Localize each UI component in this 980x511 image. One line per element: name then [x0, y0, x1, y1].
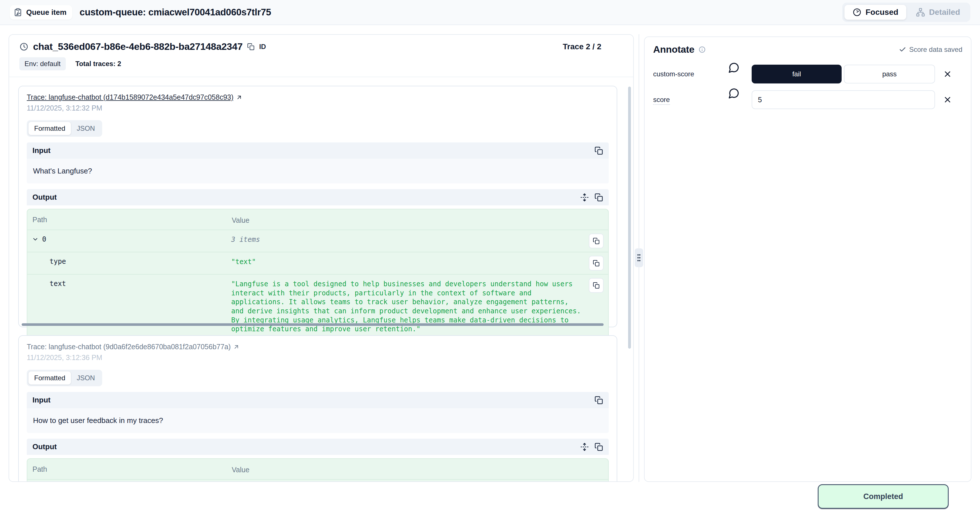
copy-input-icon-2[interactable] [595, 396, 603, 404]
copy-output-icon-2[interactable] [595, 443, 603, 451]
output-label-1: Output [32, 193, 57, 202]
input-content-2: How to get user feedback in my traces? [27, 408, 609, 433]
view-toggle-detailed-label: Detailed [929, 8, 960, 17]
view-mode-toggle: Focused Detailed [842, 3, 970, 22]
copy-output-icon-1[interactable] [595, 193, 603, 202]
clipboard-pen-icon [14, 8, 22, 16]
panel-resize-handle[interactable] [635, 248, 643, 267]
trace-link-1-label: Trace: langfuse-chatbot (d174b1589072e43… [27, 93, 234, 102]
item-title: chat_536ed067-b86e-4eb6-882b-ba27148a234… [33, 41, 243, 52]
score-label-custom-score: custom-score [653, 70, 728, 78]
total-traces-label: Total traces: 2 [75, 60, 121, 68]
trace-link-2-label: Trace: langfuse-chatbot (9d0a6f2e6de8670… [27, 343, 231, 351]
copy-row-icon[interactable] [589, 256, 604, 271]
id-label: ID [259, 43, 266, 51]
env-badge: Env: default [19, 57, 66, 70]
vertical-scrollbar-thumb[interactable] [628, 87, 631, 349]
json-row-0: 0 3 items [27, 229, 608, 252]
top-bar: Queue item custom-queue: cmiacwel70041ad… [0, 0, 980, 25]
trace-card-list: Trace: langfuse-chatbot (d174b1589072e43… [9, 77, 633, 482]
score-option-pass[interactable]: pass [844, 65, 935, 83]
unfold-vertical-icon-1[interactable] [580, 193, 589, 202]
json-row-type: type "text" [27, 252, 608, 274]
queue-item-screen: Queue item custom-queue: cmiacwel70041ad… [0, 0, 980, 511]
remove-score-icon[interactable] [943, 70, 952, 79]
unfold-vertical-icon-2[interactable] [580, 443, 589, 451]
tab-formatted-1[interactable]: Formatted [29, 122, 71, 135]
queue-item-badge: Queue item [10, 5, 72, 20]
save-status-label: Score data saved [909, 46, 963, 54]
json-row-type-value: "text" [231, 256, 584, 267]
workflow-icon [916, 8, 925, 17]
chevron-down-icon[interactable] [32, 236, 39, 243]
score-value-input[interactable] [752, 90, 935, 109]
col-path-1: Path [32, 214, 232, 224]
trace-counter: Trace 2 / 2 [563, 42, 601, 51]
json-row-text: text "Langfuse is a tool designed to hel… [27, 274, 608, 337]
comment-bubble-icon[interactable] [728, 88, 740, 99]
output-section-header-2: Output [27, 439, 609, 455]
completed-button[interactable]: Completed [818, 484, 949, 509]
json-row-0-value: 3 items [231, 234, 584, 244]
trace-card-2: Trace: langfuse-chatbot (9d0a6f2e6de8670… [18, 335, 617, 482]
json-table-header-1: Path Value [27, 209, 608, 229]
drag-dots-icon [636, 252, 641, 263]
json-row-type-path: type [49, 258, 66, 266]
output-section-header-1: Output [27, 189, 609, 205]
annotate-title: Annotate [653, 44, 694, 55]
queue-item-badge-label: Queue item [26, 8, 67, 17]
output-label-2: Output [32, 443, 57, 451]
remove-score-icon[interactable] [943, 95, 952, 104]
trace-timestamp-1: 11/12/2025, 3:12:32 PM [27, 104, 609, 112]
check-icon [899, 46, 906, 53]
gauge-icon [853, 8, 862, 17]
score-label-score: score [653, 96, 728, 103]
item-header: chat_536ed067-b86e-4eb6-882b-ba27148a234… [9, 35, 633, 77]
copy-id-icon[interactable] [247, 43, 255, 51]
save-status: Score data saved [899, 46, 963, 54]
tab-formatted-2[interactable]: Formatted [29, 371, 71, 385]
completed-button-label: Completed [863, 492, 903, 501]
json-table-header-2: Path Value [27, 459, 608, 479]
trace-link-1[interactable]: Trace: langfuse-chatbot (d174b1589072e43… [27, 93, 243, 102]
input-content-1: What's Langfuse? [27, 159, 609, 183]
queue-item-main-panel: chat_536ed067-b86e-4eb6-882b-ba27148a234… [8, 34, 634, 482]
input-label-1: Input [32, 146, 51, 155]
copy-row-icon[interactable] [589, 278, 604, 293]
comment-bubble-icon[interactable] [728, 62, 740, 74]
tab-json-1[interactable]: JSON [71, 122, 100, 135]
input-label-2: Input [32, 396, 51, 404]
copy-row-icon[interactable] [589, 234, 604, 248]
trace-card-1: Trace: langfuse-chatbot (d174b1589072e43… [18, 86, 617, 327]
col-value-1: Value [232, 214, 603, 225]
tab-json-2[interactable]: JSON [71, 371, 100, 385]
arrow-up-right-icon [233, 344, 240, 350]
json-row-0-path: 0 [42, 235, 46, 243]
input-section-header-1: Input [27, 142, 609, 159]
col-value-2: Value [232, 463, 603, 474]
format-tabs-1: Formatted JSON [27, 120, 102, 137]
json-row-text-path: text [49, 280, 66, 288]
input-section-header-2: Input [27, 392, 609, 408]
score-row-score: score [653, 90, 963, 109]
score-option-fail[interactable]: fail [752, 65, 842, 83]
output-json-table-2: Path Value 0 3 items [27, 458, 609, 482]
json-row-2-0: 0 3 items [27, 479, 608, 482]
page-title: custom-queue: cmiacwel70041ad060s7tlr75 [80, 7, 271, 18]
view-toggle-focused[interactable]: Focused [845, 5, 906, 20]
view-toggle-focused-label: Focused [865, 8, 898, 17]
format-tabs-2: Formatted JSON [27, 370, 102, 386]
col-path-2: Path [32, 463, 232, 473]
trace-link-2[interactable]: Trace: langfuse-chatbot (9d0a6f2e6de8670… [27, 343, 240, 351]
annotate-panel: Annotate Score data saved custom-score [644, 37, 972, 482]
score-row-custom-score: custom-score fail pass [653, 65, 963, 83]
view-toggle-detailed[interactable]: Detailed [908, 5, 968, 20]
horizontal-scrollbar-thumb[interactable] [22, 323, 604, 326]
info-circle-icon[interactable] [698, 46, 706, 53]
arrow-up-right-icon [236, 94, 243, 101]
score-label-score-text: score [653, 96, 670, 105]
clock-icon [19, 42, 29, 51]
copy-input-icon-1[interactable] [595, 146, 603, 155]
trace-timestamp-2: 11/12/2025, 3:12:36 PM [27, 353, 609, 362]
